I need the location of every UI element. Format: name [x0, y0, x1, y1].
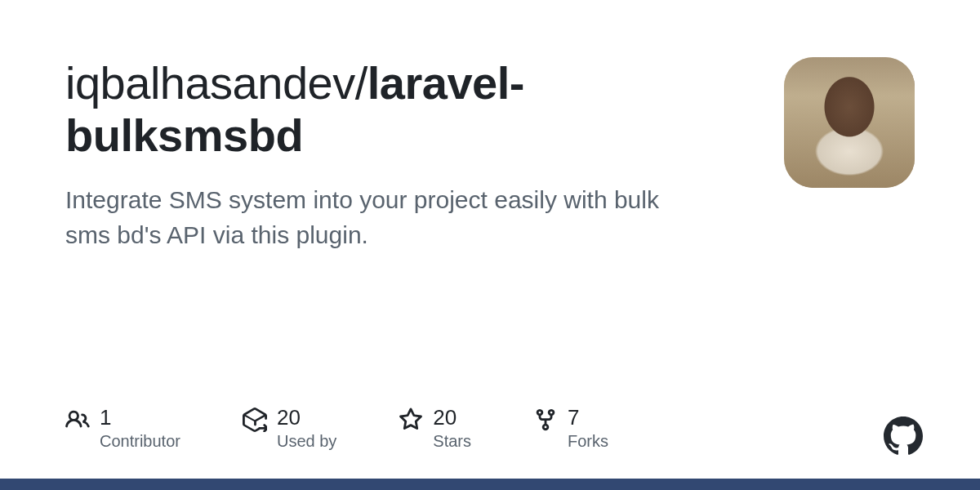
github-logo-icon — [884, 416, 923, 456]
package-dependents-icon — [243, 408, 267, 432]
repo-description: Integrate SMS system into your project e… — [65, 182, 686, 253]
stat-label: Stars — [433, 431, 471, 451]
social-preview-card: iqbalhasandev/laravel-bulksmsbd Integrat… — [0, 0, 980, 490]
stat-stars: 20 Stars — [399, 406, 471, 451]
stat-label: Contributor — [100, 431, 180, 451]
stat-label: Used by — [277, 431, 336, 451]
repo-title: iqbalhasandev/laravel-bulksmsbd — [65, 57, 751, 163]
repo-name-bold: laravel — [368, 57, 510, 109]
stat-text: 20 Used by — [277, 406, 336, 451]
stat-text: 1 Contributor — [100, 406, 180, 451]
stats-row: 1 Contributor 20 Used by 20 Stars — [65, 406, 608, 451]
star-icon — [399, 408, 423, 432]
stat-label: Forks — [568, 431, 608, 451]
repo-owner: iqbalhasandev — [65, 57, 355, 109]
title-block: iqbalhasandev/laravel-bulksmsbd Integrat… — [65, 57, 751, 253]
avatar — [784, 57, 915, 188]
repo-separator: / — [355, 57, 368, 109]
stat-forks: 7 Forks — [533, 406, 608, 451]
stat-used-by: 20 Used by — [243, 406, 336, 451]
stat-value: 7 — [568, 406, 608, 430]
header-row: iqbalhasandev/laravel-bulksmsbd Integrat… — [65, 57, 915, 253]
people-icon — [65, 408, 90, 432]
stat-value: 20 — [277, 406, 336, 430]
stat-value: 1 — [100, 406, 180, 430]
stat-text: 7 Forks — [568, 406, 608, 451]
stat-contributors: 1 Contributor — [65, 406, 180, 451]
stat-value: 20 — [433, 406, 471, 430]
stat-text: 20 Stars — [433, 406, 471, 451]
accent-bar — [0, 479, 980, 490]
fork-icon — [533, 408, 558, 432]
